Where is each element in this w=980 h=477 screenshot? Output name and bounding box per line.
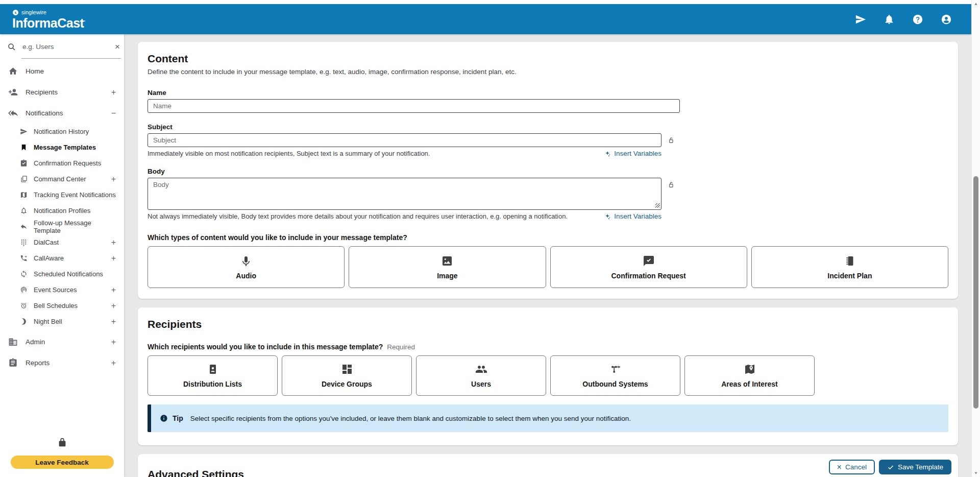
building-icon [8, 337, 18, 347]
device-groups-button[interactable]: Device Groups [282, 355, 412, 396]
name-field[interactable] [148, 99, 680, 113]
sidebar-item-callaware[interactable]: CallAware + [0, 250, 124, 266]
brand-logo[interactable]: singlewire InformaCast· [12, 9, 85, 30]
sidebar-item-command-center[interactable]: Command Center + [0, 171, 124, 187]
sidebar-item-home[interactable]: Home [0, 61, 124, 82]
sidebar-item-label: Event Sources [34, 286, 77, 294]
sidebar: × Home Recipients + Notifications − Noti… [0, 34, 124, 477]
singlewire-logo-icon [12, 9, 19, 16]
sidebar-item-label: DialCast [34, 238, 59, 246]
recipients-title: Recipients [148, 318, 948, 330]
sidebar-item-notification-history[interactable]: Notification History [0, 124, 124, 139]
sidebar-item-label: Recipients [26, 88, 58, 96]
vertical-scrollbar[interactable]: ▲ ▼ [971, 0, 980, 477]
sidebar-item-label: Follow-up Message Template [34, 219, 116, 234]
bookmark-icon [20, 144, 28, 151]
sidebar-item-notifications[interactable]: Notifications − [0, 103, 124, 124]
reply-all-icon [8, 108, 18, 118]
distribution-lists-button[interactable]: Distribution Lists [148, 355, 278, 396]
sidebar-item-message-templates[interactable]: Message Templates [0, 139, 124, 155]
notifications-bell-icon[interactable] [884, 14, 895, 25]
content-title: Content [148, 53, 948, 65]
sidebar-item-follow-up-message-template[interactable]: Follow-up Message Template [0, 219, 124, 234]
map-icon [20, 191, 28, 199]
sidebar-item-confirmation-requests[interactable]: Confirmation Requests [0, 155, 124, 171]
leave-feedback-button[interactable]: Leave Feedback [11, 456, 114, 469]
sidebar-item-dialcast[interactable]: DialCast + [0, 234, 124, 250]
scrollbar-thumb[interactable] [973, 176, 978, 409]
sidebar-item-label: Reports [26, 359, 50, 367]
search-icon [7, 42, 16, 52]
save-label: Save Template [898, 463, 943, 471]
sidebar-item-label: Admin [26, 338, 45, 346]
advanced-settings-section: × Cancel Save Template Advanced Settings [138, 454, 958, 477]
cancel-button[interactable]: × Cancel [829, 460, 875, 474]
sidebar-item-bell-schedules[interactable]: Bell Schedules + [0, 298, 124, 314]
dashboard-grid-icon [341, 363, 353, 375]
auto-awesome-icon [604, 213, 611, 220]
areas-of-interest-button[interactable]: Areas of Interest [684, 355, 815, 396]
expand-plus-icon: + [111, 254, 116, 263]
outbound-systems-button[interactable]: Outbound Systems [550, 355, 680, 396]
sidebar-item-notification-profiles[interactable]: Notification Profiles [0, 203, 124, 219]
sidebar-item-label: Command Center [34, 175, 86, 183]
moon-icon [20, 318, 28, 325]
account-icon[interactable] [941, 14, 952, 25]
home-icon [8, 66, 18, 76]
incident-plan-content-button[interactable]: Incident Plan [751, 246, 948, 288]
brand-company: singlewire [21, 10, 46, 15]
confirmation-request-content-button[interactable]: Confirmation Request [550, 246, 747, 288]
bubble-check-icon [643, 255, 655, 267]
signal-rings-icon [20, 286, 28, 294]
tip-text: Select specific recipients from the opti… [190, 415, 631, 422]
scroll-down-icon[interactable]: ▼ [972, 471, 980, 475]
tile-label: Users [471, 380, 491, 388]
subject-field[interactable] [148, 133, 662, 147]
image-content-button[interactable]: Image [349, 246, 546, 288]
unlock-icon[interactable] [667, 181, 675, 189]
users-button[interactable]: Users [416, 355, 546, 396]
scroll-up-icon[interactable]: ▲ [972, 2, 980, 6]
close-icon: × [837, 463, 842, 471]
people-group-icon [475, 363, 487, 375]
sidebar-item-label: Bell Schedules [34, 302, 78, 309]
expand-plus-icon: + [111, 238, 116, 247]
sidebar-item-label: Notifications [26, 109, 63, 117]
sidebar-item-admin[interactable]: Admin + [0, 331, 124, 352]
image-icon [441, 255, 453, 267]
clear-search-icon[interactable]: × [114, 42, 121, 52]
body-label: Body [148, 168, 948, 175]
send-icon[interactable] [855, 14, 866, 25]
search-input[interactable] [21, 42, 114, 51]
sidebar-item-event-sources[interactable]: Event Sources + [0, 282, 124, 298]
name-label: Name [148, 89, 948, 97]
tile-label: Device Groups [322, 380, 372, 388]
help-icon[interactable] [912, 14, 923, 25]
bound-book-icon [844, 255, 856, 267]
sidebar-item-scheduled-notifications[interactable]: Scheduled Notifications [0, 266, 124, 282]
sidebar-item-label: Confirmation Requests [34, 159, 101, 167]
tile-label: Incident Plan [827, 272, 872, 280]
insert-variables-link[interactable]: Insert Variables [604, 212, 662, 220]
tip-label: Tip [173, 414, 183, 422]
recipients-question: Which recipients would you like to inclu… [148, 343, 383, 351]
sidebar-item-tracking-event-notifications[interactable]: Tracking Event Notifications [0, 187, 124, 203]
insert-variables-link[interactable]: Insert Variables [604, 150, 662, 157]
clipboard-check-icon [20, 159, 28, 167]
layers-icon [20, 175, 28, 183]
body-help-text: Not always immediately visible, Body tex… [148, 212, 568, 220]
sync-icon [20, 270, 28, 278]
insert-variables-label: Insert Variables [614, 212, 662, 220]
brand-product: InformaCast [12, 16, 84, 30]
unlock-icon[interactable] [667, 136, 675, 145]
expand-plus-icon: + [111, 301, 116, 311]
auto-awesome-icon [604, 150, 611, 157]
save-template-button[interactable]: Save Template [879, 460, 951, 474]
body-field[interactable] [148, 178, 662, 210]
sidebar-item-reports[interactable]: Reports + [0, 352, 124, 373]
sidebar-item-night-bell[interactable]: Night Bell + [0, 314, 124, 329]
sidebar-item-recipients[interactable]: Recipients + [0, 82, 124, 103]
sidebar-search: × [7, 35, 117, 59]
tile-label: Audio [236, 272, 256, 280]
audio-content-button[interactable]: Audio [148, 246, 345, 288]
